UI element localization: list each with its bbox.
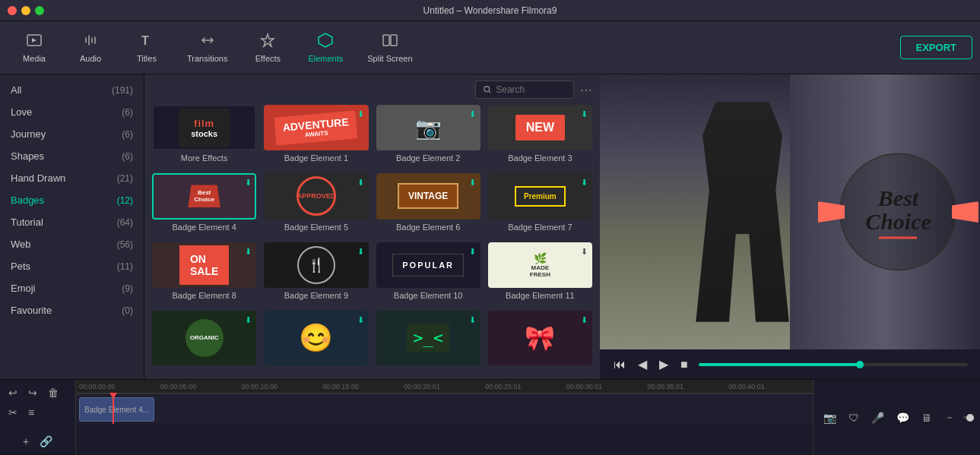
playhead <box>113 394 114 424</box>
element-card-badge-3[interactable]: ⬇ NEW Badge Element 3 <box>488 105 592 166</box>
adjust-button[interactable]: ≡ <box>24 404 38 421</box>
sidebar-item-favourite[interactable]: Favourite (0) <box>0 299 144 321</box>
comment-button[interactable]: 💬 <box>893 409 913 426</box>
element-card-badge-4[interactable]: ⬇ BestChoice Badge Element 4 <box>152 173 256 234</box>
camera-button[interactable]: 📷 <box>820 409 840 426</box>
download-icon-3: ⬇ <box>581 109 588 119</box>
search-input[interactable] <box>496 84 566 95</box>
element-thumb-badge-3: ⬇ NEW <box>488 105 592 150</box>
download-icon-10: ⬇ <box>469 247 476 257</box>
download-icon-pink: ⬇ <box>581 315 588 325</box>
download-icon-11: ⬇ <box>581 247 588 257</box>
maximize-button[interactable] <box>35 6 44 15</box>
toolbar-audio[interactable]: Audio <box>64 27 117 68</box>
add-media-button[interactable]: + <box>19 433 33 450</box>
element-card-badge-7[interactable]: ⬇ Premium Badge Element 7 <box>488 173 592 234</box>
toolbar-media[interactable]: Media <box>8 27 61 68</box>
sidebar-item-emoji[interactable]: Emoji (9) <box>0 277 144 299</box>
sidebar-item-tutorial[interactable]: Tutorial (64) <box>0 211 144 233</box>
undo-button[interactable]: ↩ <box>5 384 21 401</box>
progress-bar[interactable] <box>699 363 968 366</box>
element-card-robot[interactable]: ⬇ >_< <box>376 311 480 371</box>
element-label-badge-6: Badge Element 6 <box>396 223 460 235</box>
toolbar-effects[interactable]: Effects <box>241 27 294 68</box>
sidebar-item-journey[interactable]: Journey (6) <box>0 123 144 145</box>
element-card-pink[interactable]: ⬇ 🎀 <box>488 311 592 371</box>
skip-back-button[interactable]: ⏮ <box>607 355 632 374</box>
sidebar-item-all[interactable]: All (191) <box>0 79 144 101</box>
sidebar-item-web[interactable]: Web (56) <box>0 233 144 255</box>
toolbar-audio-label: Audio <box>80 54 101 63</box>
zoom-slider[interactable] <box>963 416 974 419</box>
delete-button[interactable]: 🗑 <box>44 384 62 401</box>
elements-toolbar: ⋯ <box>144 74 600 105</box>
element-card-badge-1[interactable]: ⬇ ADVENTURE AWAITS Badge Element 1 <box>264 105 368 166</box>
cut-button[interactable]: ✂ <box>5 404 21 421</box>
element-label-badge-10: Badge Element 10 <box>394 291 463 303</box>
titles-icon: T <box>138 32 155 51</box>
element-card-organic[interactable]: ⬇ ORGANIC <box>152 311 256 371</box>
sidebar-item-pets[interactable]: Pets (11) <box>0 255 144 277</box>
element-thumb-badge-5: ⬇ APPROVED <box>264 173 368 219</box>
elements-grid: film stocks More Effects ⬇ ADVENTURE AWA… <box>144 105 600 379</box>
minimize-button[interactable] <box>21 6 30 15</box>
screen-button[interactable]: 🖥 <box>918 409 936 426</box>
svg-line-7 <box>489 91 490 93</box>
element-card-badge-5[interactable]: ⬇ APPROVED Badge Element 5 <box>264 173 368 234</box>
element-card-badge-10[interactable]: ⬇ POPULAR Badge Element 10 <box>376 242 480 303</box>
search-box[interactable] <box>475 81 574 99</box>
timeline-clip[interactable]: Badge Element 4... <box>79 397 154 422</box>
element-thumb-badge-8: ⬇ ONSALE <box>152 242 256 288</box>
zoom-handle[interactable] <box>966 414 974 422</box>
progress-handle[interactable] <box>856 361 864 368</box>
element-thumb-badge-2: ⬇ 📷 <box>376 105 480 150</box>
ruler-mark-0: 00:00:00:00 <box>79 383 160 390</box>
frame-back-button[interactable]: ◀ <box>632 354 653 374</box>
effects-icon <box>259 32 276 51</box>
download-icon-smiley: ⬇ <box>357 315 364 325</box>
element-card-badge-9[interactable]: ⬇ 🍴 Badge Element 9 <box>264 242 368 303</box>
download-icon-1: ⬇ <box>357 109 364 119</box>
element-thumb-badge-7: ⬇ Premium <box>488 173 592 219</box>
media-icon <box>26 32 43 51</box>
toolbar-media-label: Media <box>23 54 46 63</box>
grid-view-icon[interactable]: ⋯ <box>580 83 592 97</box>
element-card-badge-2[interactable]: ⬇ 📷 Badge Element 2 <box>376 105 480 166</box>
search-icon <box>484 85 491 94</box>
play-button[interactable]: ▶ <box>653 354 674 374</box>
sidebar-item-hand-drawn[interactable]: Hand Drawn (21) <box>0 167 144 189</box>
toolbar-elements[interactable]: Elements <box>297 27 354 68</box>
ruler-mark-8: 00:00:40:01 <box>728 383 810 390</box>
element-card-badge-6[interactable]: ⬇ VINTAGE Badge Element 6 <box>376 173 480 234</box>
minus-zoom-button[interactable]: － <box>940 409 959 427</box>
svg-marker-2 <box>262 34 274 46</box>
toolbar-transitions[interactable]: Transitions <box>176 27 238 68</box>
stop-button[interactable]: ■ <box>674 355 694 374</box>
element-thumb-smiley: ⬇ 😊 <box>264 311 368 365</box>
element-card-badge-11[interactable]: ⬇ 🌿 MADEFRESH Badge Element 11 <box>488 242 592 303</box>
main-area: All (191) Love (6) Journey (6) Shapes (6… <box>0 74 980 379</box>
sidebar-item-shapes[interactable]: Shapes (6) <box>0 145 144 167</box>
mic-button[interactable]: 🎤 <box>867 409 888 426</box>
element-label-badge-9: Badge Element 9 <box>284 291 348 303</box>
sidebar-item-love[interactable]: Love (6) <box>0 101 144 123</box>
toolbar-effects-label: Effects <box>255 54 281 63</box>
toolbar-split-screen[interactable]: Split Screen <box>357 27 423 68</box>
sidebar-item-badges[interactable]: Badges (12) <box>0 189 144 211</box>
ruler-mark-3: 00:00:15:00 <box>322 383 404 390</box>
link-button[interactable]: 🔗 <box>36 433 56 450</box>
transitions-icon <box>199 32 216 51</box>
toolbar-titles-label: Titles <box>137 54 157 63</box>
redo-button[interactable]: ↪ <box>24 384 41 401</box>
preview-video: Best Choice <box>600 74 980 349</box>
window-controls[interactable] <box>8 6 44 15</box>
element-card-more-effects[interactable]: film stocks More Effects <box>152 105 256 166</box>
export-button[interactable]: EXPORT <box>900 36 972 59</box>
element-thumb-badge-9: ⬇ 🍴 <box>264 242 368 288</box>
toolbar-titles[interactable]: T Titles <box>120 27 173 68</box>
element-card-smiley[interactable]: ⬇ 😊 <box>264 311 368 371</box>
svg-marker-3 <box>319 33 332 47</box>
shield-button[interactable]: 🛡 <box>845 409 863 426</box>
close-button[interactable] <box>8 6 17 15</box>
element-card-badge-8[interactable]: ⬇ ONSALE Badge Element 8 <box>152 242 256 303</box>
